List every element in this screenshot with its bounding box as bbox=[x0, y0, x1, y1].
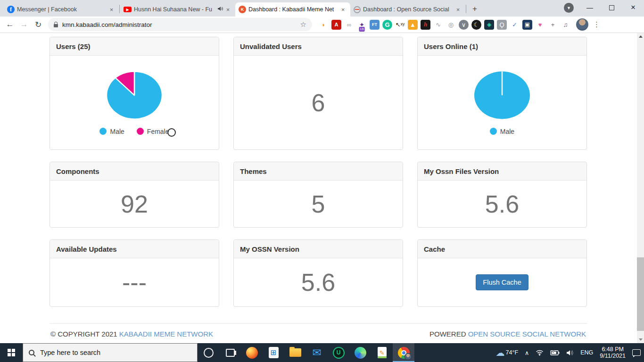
flush-cache-button[interactable]: Flush Cache bbox=[476, 274, 528, 290]
powered-prefix: POWERED bbox=[429, 330, 468, 338]
profile-avatar[interactable] bbox=[576, 18, 588, 31]
search-input[interactable] bbox=[39, 348, 191, 357]
notification-icon bbox=[632, 349, 641, 356]
chain-icon[interactable]: ∞ bbox=[344, 20, 354, 30]
clock-widget[interactable]: 6:48 PM 9/11/2021 bbox=[596, 343, 629, 362]
dashboard-cards: Users (25) Male Female Unv bbox=[50, 37, 587, 307]
legend-male-dot bbox=[490, 128, 497, 135]
firefox-taskbar-button[interactable] bbox=[241, 343, 263, 362]
volume-icon[interactable] bbox=[563, 343, 577, 362]
address-bar[interactable]: kmn.kabaadii.com/administrator ☆ bbox=[48, 18, 312, 31]
battery-icon[interactable] bbox=[547, 343, 563, 362]
tray-overflow-chevron-icon[interactable]: ∧ bbox=[521, 343, 532, 362]
new-tab-button[interactable]: + bbox=[469, 3, 481, 15]
tab-ossn-dashboard[interactable]: Dashboard : Open Source Social × bbox=[350, 2, 465, 16]
card-available-updates: Available Updates --- bbox=[50, 239, 219, 307]
reload-button[interactable]: ↻ bbox=[31, 18, 45, 31]
copyright-prefix: © COPYRIGHT 2021 bbox=[50, 330, 119, 338]
scroll-down-icon[interactable] bbox=[637, 336, 644, 343]
moon-icon[interactable]: ☾ bbox=[471, 20, 481, 30]
taskbar-apps: ⊞✉U✎ bbox=[241, 343, 414, 362]
iobit-taskbar-button[interactable]: U bbox=[328, 343, 349, 362]
task-view-button[interactable] bbox=[219, 343, 241, 362]
tab-messenger[interactable]: f Messenger | Facebook × bbox=[4, 2, 119, 16]
notepad-taskbar-button[interactable]: ✎ bbox=[371, 343, 393, 362]
close-tab-icon[interactable]: × bbox=[224, 6, 232, 14]
anydesk-icon[interactable]: ◗ bbox=[319, 20, 329, 30]
edge-taskbar-button[interactable] bbox=[349, 343, 371, 362]
language-indicator[interactable]: ENG bbox=[577, 343, 596, 362]
tab-audio-icon[interactable] bbox=[217, 6, 223, 13]
ft-icon[interactable]: FT bbox=[370, 20, 380, 30]
grammarly-icon[interactable]: G bbox=[382, 20, 392, 30]
heart-icon[interactable]: ♥ bbox=[535, 20, 545, 30]
iobit-icon: U bbox=[333, 347, 345, 359]
bird-icon[interactable]: ∿ bbox=[433, 20, 443, 30]
card-title: Users (25) bbox=[50, 37, 219, 56]
pocket-icon[interactable]: ∨ bbox=[459, 20, 469, 30]
weather-widget[interactable]: ☁ 74°F bbox=[493, 343, 522, 362]
tab-strip: f Messenger | Facebook × ▶ Husnn Hai Suh… bbox=[0, 0, 644, 16]
card-title: Themes bbox=[234, 162, 403, 181]
card-users-online: Users Online (1) Male bbox=[417, 37, 587, 150]
chrome-taskbar-button[interactable] bbox=[393, 343, 414, 362]
tab-title: Messenger | Facebook bbox=[17, 6, 105, 13]
action-center-button[interactable] bbox=[629, 343, 644, 362]
kabaadii-link[interactable]: KABAADII MEME NETWORK bbox=[119, 330, 213, 338]
tab-separator bbox=[119, 5, 120, 13]
acrobat-icon[interactable]: A bbox=[331, 20, 341, 30]
scrollbar[interactable] bbox=[637, 33, 644, 343]
cap-badge-16-icon-badge: 16 bbox=[359, 27, 365, 32]
check-icon[interactable]: ✓ bbox=[510, 20, 520, 30]
media-control-button[interactable]: ▼ bbox=[564, 3, 574, 13]
bulb-icon[interactable]: Ϙ bbox=[497, 20, 507, 30]
edge-icon bbox=[355, 347, 366, 359]
wifi-icon[interactable] bbox=[532, 343, 547, 362]
reader-icon[interactable]: ▣ bbox=[522, 20, 532, 30]
gem-icon[interactable]: ◈ bbox=[484, 20, 494, 30]
temperature-label: 74°F bbox=[506, 349, 519, 356]
close-tab-icon[interactable]: × bbox=[339, 6, 347, 14]
browser-menu-icon[interactable]: ⋮ bbox=[593, 20, 600, 29]
scroll-up-icon[interactable] bbox=[637, 33, 644, 40]
lock-icon[interactable] bbox=[54, 24, 58, 27]
close-tab-icon[interactable]: × bbox=[107, 6, 116, 14]
legend-male-dot bbox=[99, 128, 107, 135]
firefox-icon bbox=[246, 347, 258, 359]
puzzle-icon[interactable]: + bbox=[548, 20, 558, 30]
start-button[interactable] bbox=[0, 343, 23, 362]
cortana-icon bbox=[204, 348, 214, 358]
cortana-button[interactable] bbox=[198, 343, 219, 362]
image-icon[interactable]: ▲ bbox=[408, 20, 418, 30]
chrome-profile-avatar bbox=[405, 353, 412, 360]
url-text[interactable]: kmn.kabaadii.com/administrator bbox=[62, 21, 152, 28]
cap-badge-16-icon[interactable]: ✦16 bbox=[357, 20, 367, 30]
card-title: Unvalidated Users bbox=[234, 37, 403, 56]
scrollbar-thumb[interactable] bbox=[637, 257, 644, 331]
queue-icon[interactable]: ♫ bbox=[561, 20, 570, 30]
restore-button[interactable] bbox=[601, 0, 622, 15]
coords-xy-icon[interactable]: ↖ˣʸ bbox=[395, 20, 405, 30]
taskbar-search[interactable] bbox=[23, 343, 198, 362]
minimize-button[interactable]: — bbox=[579, 0, 601, 15]
mail-taskbar-button[interactable]: ✉ bbox=[306, 343, 328, 362]
h-icon[interactable]: h bbox=[421, 20, 430, 30]
explorer-taskbar-button[interactable] bbox=[284, 343, 306, 362]
tab-kabaadii-dashboard[interactable]: K Dashboard : Kabaadii Meme Net × bbox=[235, 2, 350, 16]
tab-youtube[interactable]: ▶ Husnn Hai Suhaana New - Fu × bbox=[120, 2, 235, 16]
close-window-button[interactable]: × bbox=[622, 0, 644, 15]
card-components: Components 92 bbox=[50, 162, 219, 228]
close-tab-icon[interactable]: × bbox=[454, 6, 462, 14]
weather-cloud-icon: ☁ bbox=[496, 347, 505, 358]
legend-female-label: Female bbox=[147, 128, 169, 135]
tab-title: Dashboard : Open Source Social bbox=[363, 6, 452, 13]
card-cache: Cache Flush Cache bbox=[417, 239, 587, 307]
store-taskbar-button[interactable]: ⊞ bbox=[263, 343, 284, 362]
ossn-link[interactable]: OPEN SOURCE SOCIAL NETWORK bbox=[468, 330, 586, 338]
bookmark-star-icon[interactable]: ☆ bbox=[300, 20, 306, 29]
card-title: Available Updates bbox=[50, 240, 219, 258]
windows-logo-icon bbox=[8, 349, 15, 356]
forward-button[interactable]: → bbox=[17, 18, 31, 31]
onetab-icon[interactable]: ◎ bbox=[446, 20, 456, 30]
back-button[interactable]: ← bbox=[3, 18, 17, 31]
